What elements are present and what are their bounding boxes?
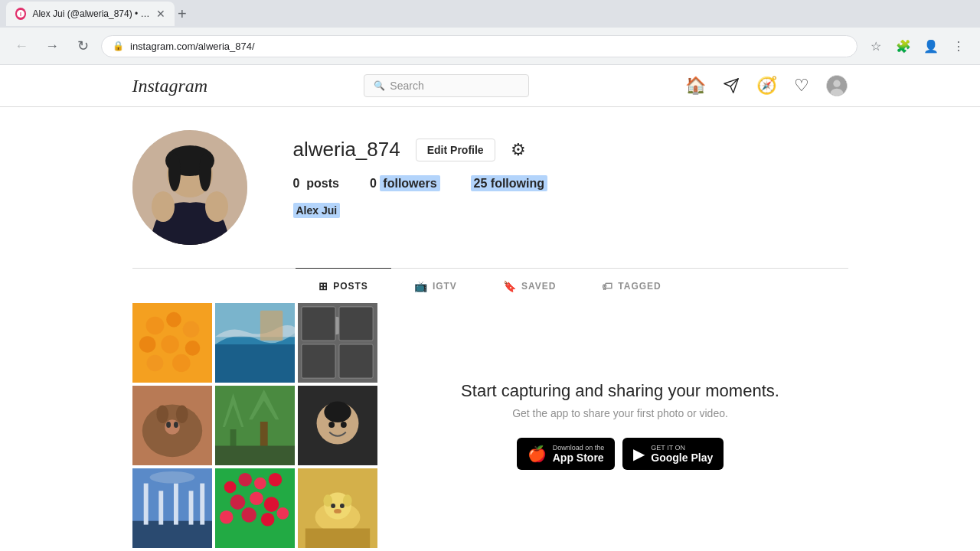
heart-icon[interactable]: ♡ xyxy=(794,76,809,96)
photo-1[interactable] xyxy=(132,303,212,383)
following-stat[interactable]: 25 following xyxy=(471,177,547,191)
footer: About Blog Jobs Help API Privacy Terms T… xyxy=(0,548,980,551)
tab-posts[interactable]: ⊞ POSTS xyxy=(296,268,391,303)
posts-stat: 0 posts xyxy=(293,177,339,191)
fullname-text: Alex Jui xyxy=(293,203,341,218)
avatar-wrap xyxy=(132,130,247,245)
edit-profile-button[interactable]: Edit Profile xyxy=(416,139,495,161)
google-play-button[interactable]: ▶ GET IT ON Google Play xyxy=(622,438,724,470)
google-play-label: Google Play xyxy=(651,452,713,464)
ig-nav: 🏠 🧭 ♡ xyxy=(685,75,848,96)
compass-icon[interactable]: 🧭 xyxy=(756,76,777,96)
svg-point-14 xyxy=(205,191,228,222)
search-bar[interactable]: 🔍 Search xyxy=(364,74,529,97)
svg-point-22 xyxy=(146,355,163,372)
google-play-top-label: GET IT ON xyxy=(651,444,713,452)
menu-button[interactable]: ⋮ xyxy=(946,34,971,58)
svg-point-74 xyxy=(250,491,263,505)
svg-point-71 xyxy=(254,478,266,490)
photo-7[interactable] xyxy=(132,468,212,548)
svg-rect-33 xyxy=(301,307,335,341)
app-promo-title: Start capturing and sharing your moments… xyxy=(461,381,779,401)
profile-button[interactable]: 👤 xyxy=(919,34,943,58)
svg-point-86 xyxy=(339,504,344,508)
photos-grid xyxy=(132,303,377,548)
svg-point-75 xyxy=(263,497,279,512)
svg-point-13 xyxy=(152,191,175,222)
svg-point-44 xyxy=(173,422,178,428)
paper-plane-icon[interactable] xyxy=(723,77,740,94)
svg-point-85 xyxy=(331,504,335,508)
app-store-button[interactable]: 🍎 Download on the App Store xyxy=(517,438,616,470)
reload-button[interactable]: ↻ xyxy=(70,34,95,58)
forward-button[interactable]: → xyxy=(40,34,64,58)
followers-stat[interactable]: 0 followers xyxy=(370,177,440,191)
bookmark-icon: 🔖 xyxy=(503,280,517,292)
tab-igtv[interactable]: 📺 IGTV xyxy=(391,268,480,303)
tag-icon: 🏷 xyxy=(602,280,613,292)
search-placeholder: Search xyxy=(390,80,423,92)
svg-text:I: I xyxy=(20,11,21,17)
svg-rect-35 xyxy=(301,344,335,378)
extensions-button[interactable]: 🧩 xyxy=(891,34,916,58)
svg-rect-52 xyxy=(215,445,295,465)
settings-icon[interactable]: ⚙ xyxy=(511,140,526,160)
svg-point-78 xyxy=(260,513,274,527)
followers-label[interactable]: followers xyxy=(380,175,439,191)
svg-rect-34 xyxy=(338,307,372,341)
svg-rect-63 xyxy=(158,491,163,524)
ig-header-inner: Instagram 🔍 Search 🏠 🧭 ♡ xyxy=(117,65,864,106)
svg-point-83 xyxy=(323,494,332,507)
svg-rect-64 xyxy=(173,484,178,525)
tab-saved[interactable]: 🔖 SAVED xyxy=(480,268,579,303)
svg-point-59 xyxy=(347,421,354,433)
instagram-app: Instagram 🔍 Search 🏠 🧭 ♡ xyxy=(0,65,980,551)
followers-count: 0 xyxy=(370,177,377,190)
app-store-label: App Store xyxy=(553,452,605,464)
address-bar[interactable]: 🔒 instagram.com/alweria_874/ xyxy=(101,35,858,57)
tab-tagged[interactable]: 🏷 TAGGED xyxy=(579,268,684,303)
profile-stats: 0 posts 0 followers 25 following xyxy=(293,177,848,191)
svg-point-79 xyxy=(276,507,289,520)
svg-point-19 xyxy=(139,336,155,353)
photo-2[interactable] xyxy=(215,303,295,383)
home-icon[interactable]: 🏠 xyxy=(685,76,706,96)
svg-point-11 xyxy=(168,153,181,191)
following-value: 25 following xyxy=(471,175,547,191)
svg-point-5 xyxy=(834,80,841,87)
browser-chrome: I Alex Jui (@alweria_874) • Inst... ✕ + … xyxy=(0,0,980,65)
search-icon: 🔍 xyxy=(374,80,385,91)
photo-6[interactable] xyxy=(298,386,377,465)
tv-icon: 📺 xyxy=(414,280,428,292)
svg-rect-25 xyxy=(215,344,295,383)
photo-8[interactable] xyxy=(215,468,295,548)
tab-close-button[interactable]: ✕ xyxy=(156,8,165,20)
svg-point-84 xyxy=(342,494,351,507)
app-promo-subtitle: Get the app to share your first photo or… xyxy=(512,407,728,419)
browser-tab[interactable]: I Alex Jui (@alweria_874) • Inst... ✕ xyxy=(6,2,175,26)
photo-5[interactable] xyxy=(215,386,295,465)
svg-point-57 xyxy=(340,422,346,428)
tab-saved-label: SAVED xyxy=(521,281,556,292)
photo-4[interactable] xyxy=(132,386,212,465)
svg-point-16 xyxy=(145,317,164,335)
address-text: instagram.com/alweria_874/ xyxy=(130,41,255,52)
svg-point-23 xyxy=(172,354,191,373)
svg-point-42 xyxy=(165,419,180,435)
svg-point-77 xyxy=(241,507,256,523)
nav-avatar[interactable] xyxy=(826,75,848,96)
svg-point-18 xyxy=(182,321,199,338)
google-play-icon: ▶ xyxy=(633,445,645,463)
svg-point-70 xyxy=(238,473,252,487)
app-store-text: Download on the App Store xyxy=(553,444,605,464)
new-tab-button[interactable]: + xyxy=(178,5,187,23)
photo-9[interactable] xyxy=(298,468,377,548)
back-button[interactable]: ← xyxy=(9,34,34,58)
tab-tagged-label: TAGGED xyxy=(618,281,661,292)
username: alweria_874 xyxy=(293,138,400,161)
bookmark-star-button[interactable]: ☆ xyxy=(864,34,888,58)
photo-3[interactable] xyxy=(298,303,377,383)
svg-point-69 xyxy=(224,481,236,494)
browser-tab-bar: I Alex Jui (@alweria_874) • Inst... ✕ + xyxy=(0,0,980,28)
svg-point-40 xyxy=(156,406,168,424)
